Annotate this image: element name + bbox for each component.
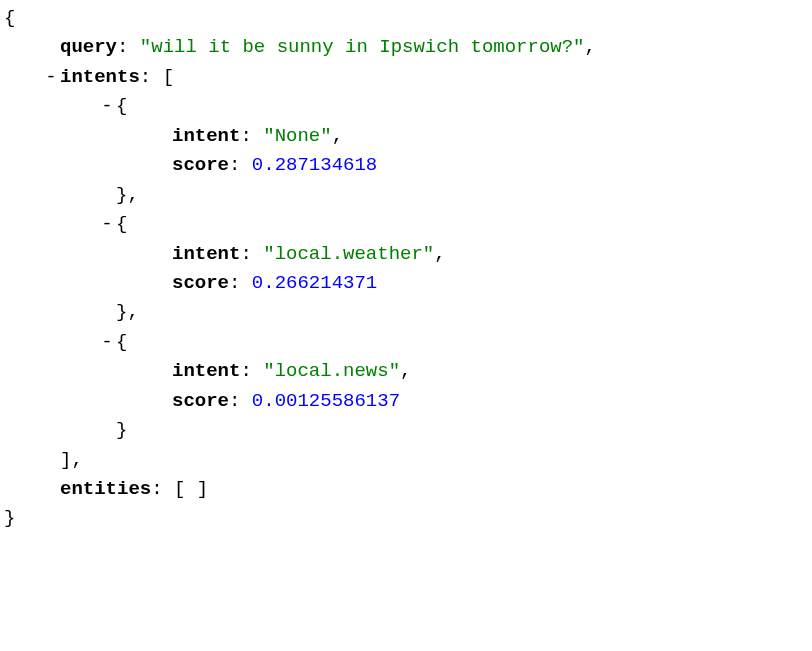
value-intent-2: "local.news" xyxy=(263,360,400,382)
colon: : xyxy=(240,243,263,265)
brace-open: { xyxy=(116,331,127,353)
brace-open: { xyxy=(116,95,127,117)
comma: , xyxy=(434,243,445,265)
colon: : xyxy=(117,36,140,58)
json-array-item-close: }, xyxy=(4,181,808,210)
colon: : xyxy=(240,125,263,147)
json-line-intent-0-score: score: 0.287134618 xyxy=(4,151,808,180)
json-line-intents-open: -intents: [ xyxy=(4,63,808,92)
comma: , xyxy=(585,36,596,58)
key-score: score xyxy=(172,272,229,294)
key-score: score xyxy=(172,154,229,176)
json-array-item-open: -{ xyxy=(4,92,808,121)
value-intent-0: "None" xyxy=(263,125,331,147)
json-line-root-close: } xyxy=(4,504,808,533)
key-intent: intent xyxy=(172,360,240,382)
comma: , xyxy=(332,125,343,147)
toggle-item-2[interactable]: - xyxy=(98,328,116,357)
json-line-intent-2-score: score: 0.00125586137 xyxy=(4,387,808,416)
comma: , xyxy=(71,449,82,471)
json-viewer: { query: "will it be sunny in Ipswich to… xyxy=(4,4,808,534)
key-score: score xyxy=(172,390,229,412)
key-intents: intents xyxy=(60,66,140,88)
key-query: query xyxy=(60,36,117,58)
colon: : xyxy=(240,360,263,382)
json-array-item-open: -{ xyxy=(4,210,808,239)
json-line-root-open: { xyxy=(4,4,808,33)
bracket-open: [ xyxy=(163,66,174,88)
json-line-intent-1-score: score: 0.266214371 xyxy=(4,269,808,298)
colon: : xyxy=(229,154,252,176)
brace-open: { xyxy=(4,7,15,29)
brace-open: { xyxy=(116,213,127,235)
value-score-1: 0.266214371 xyxy=(252,272,377,294)
json-array-item-open: -{ xyxy=(4,328,808,357)
comma: , xyxy=(127,301,138,323)
brace-close: } xyxy=(116,184,127,206)
json-line-entities: entities: [ ] xyxy=(4,475,808,504)
json-line-query: query: "will it be sunny in Ipswich tomo… xyxy=(4,33,808,62)
brace-close: } xyxy=(116,419,127,441)
json-line-intent-2-intent: intent: "local.news", xyxy=(4,357,808,386)
colon: : xyxy=(229,390,252,412)
json-array-item-close: } xyxy=(4,416,808,445)
toggle-item-1[interactable]: - xyxy=(98,210,116,239)
toggle-item-0[interactable]: - xyxy=(98,92,116,121)
comma: , xyxy=(127,184,138,206)
value-intent-1: "local.weather" xyxy=(263,243,434,265)
brace-close: } xyxy=(116,301,127,323)
bracket-close: ] xyxy=(60,449,71,471)
value-score-0: 0.287134618 xyxy=(252,154,377,176)
colon: : xyxy=(140,66,163,88)
key-intent: intent xyxy=(172,125,240,147)
value-query: "will it be sunny in Ipswich tomorrow?" xyxy=(140,36,585,58)
value-score-2: 0.00125586137 xyxy=(252,390,400,412)
json-line-intent-1-intent: intent: "local.weather", xyxy=(4,240,808,269)
comma: , xyxy=(400,360,411,382)
value-entities: [ ] xyxy=(174,478,208,500)
key-intent: intent xyxy=(172,243,240,265)
json-line-intents-close: ], xyxy=(4,446,808,475)
key-entities: entities xyxy=(60,478,151,500)
colon: : xyxy=(151,478,174,500)
toggle-intents[interactable]: - xyxy=(42,63,60,92)
brace-close: } xyxy=(4,507,15,529)
colon: : xyxy=(229,272,252,294)
json-array-item-close: }, xyxy=(4,298,808,327)
json-line-intent-0-intent: intent: "None", xyxy=(4,122,808,151)
